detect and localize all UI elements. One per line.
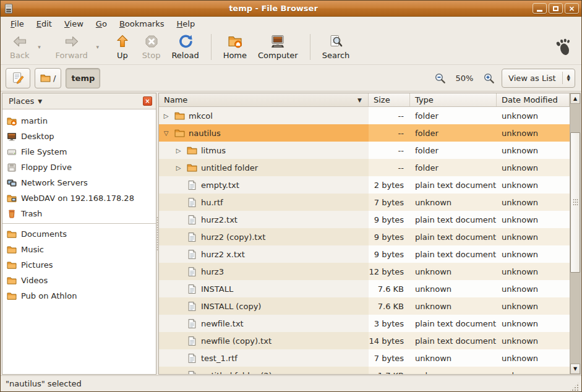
scrollbar-track[interactable] (570, 104, 580, 364)
sidebar-item-videos[interactable]: Videos (2, 273, 156, 288)
home-folder-icon (7, 116, 17, 126)
list-row[interactable]: INSTALL7.6 KBunknownunknown (159, 280, 570, 297)
vertical-scrollbar[interactable]: ▲ ▼ (570, 93, 580, 374)
file-icon (187, 266, 197, 277)
minimize-button[interactable] (533, 3, 547, 14)
home-button[interactable]: Home (218, 32, 252, 62)
list-row[interactable]: hurz2.txt9 bytesplain text documentunkno… (159, 211, 570, 228)
list-row[interactable]: test_1.rtf7 bytesunknownunknown (159, 349, 570, 367)
maximize-button[interactable] (549, 3, 563, 14)
sidebar-item-desktop[interactable]: Desktop (2, 129, 156, 144)
computer-button[interactable]: Computer (252, 32, 304, 62)
expander-icon[interactable]: ▷ (174, 147, 183, 154)
zoom-in-button[interactable] (483, 72, 495, 84)
search-icon (328, 34, 343, 49)
webdav-icon (7, 194, 17, 203)
sidebar-item-file-system[interactable]: File System (2, 144, 156, 160)
up-label: Up (117, 51, 128, 60)
menu-view[interactable]: View (59, 18, 88, 30)
view-mode-value: View as List (508, 74, 556, 83)
sidebar-item-label: Floppy Drive (21, 163, 72, 172)
expander-icon[interactable]: ▷ (174, 164, 183, 171)
cell-name: ▷untitled folder (159, 159, 369, 176)
reload-label: Reload (171, 51, 199, 60)
folder-icon (174, 111, 185, 121)
file-name: newfile.txt (201, 319, 244, 328)
sidebar-item-network-servers[interactable]: Network Servers (2, 175, 156, 190)
reload-button[interactable]: Reload (166, 32, 204, 62)
places-list: martinDesktopFile SystemFloppy DriveNetw… (2, 109, 156, 374)
scrollbar-thumb[interactable] (570, 132, 580, 273)
file-icon (187, 318, 197, 329)
column-header-date[interactable]: Date Modified (497, 93, 570, 106)
current-folder-button[interactable]: temp (66, 68, 100, 88)
file-icon (187, 301, 197, 312)
column-header-name[interactable]: Name▼ (159, 93, 369, 106)
cell-name: ▽nautilus (159, 124, 369, 142)
cell-type: unknown (410, 297, 497, 315)
close-button[interactable]: × (565, 3, 579, 14)
file-name: untitled folder (201, 163, 258, 173)
floppy-icon (7, 163, 17, 173)
list-row[interactable]: hurz2 (copy).txt9 bytesplain text docume… (159, 228, 570, 245)
sidebar-item-label: martin (21, 116, 48, 126)
cell-date: unknown (497, 263, 570, 280)
column-header-type[interactable]: Type (410, 93, 497, 106)
menu-help[interactable]: Help (172, 18, 200, 30)
cell-size: 9 bytes (369, 211, 410, 228)
list-row[interactable]: ▷litmus--folderunknown (159, 142, 570, 159)
column-header-size[interactable]: Size (369, 93, 410, 106)
sidebar-item-documents[interactable]: Documents (2, 226, 156, 242)
toggle-location-entry-button[interactable] (6, 68, 30, 88)
sidebar-item-pub-on-athlon[interactable]: Pub on Athlon (2, 288, 156, 304)
search-button[interactable]: Search (317, 32, 356, 62)
file-name: untitled folder (2) (201, 371, 272, 375)
view-mode-select[interactable]: View as List ▲▼ (502, 69, 575, 88)
main-area: Places ▼ × martinDesktopFile SystemFlopp… (1, 92, 581, 375)
list-row[interactable]: hurz2 x.txt9 bytesplain text documentunk… (159, 245, 570, 263)
file-name: hurz3 (201, 267, 224, 276)
zoom-out-button[interactable] (434, 72, 446, 84)
folder-icon (7, 229, 17, 239)
sidebar-item-webdav-on-192-168-178-28[interactable]: WebDAV on 192.168.178.28 (2, 190, 156, 206)
cell-name: empty.txt (159, 176, 369, 194)
file-name: hurz2 (copy).txt (201, 232, 265, 242)
titlebar[interactable]: temp - File Browser × (1, 1, 581, 17)
scrollbar-up-button[interactable]: ▲ (570, 93, 580, 104)
resize-grip[interactable] (570, 382, 579, 391)
file-list-view: Name▼SizeTypeDate Modified ▷mkcol--folde… (158, 93, 581, 375)
sidebar-item-martin[interactable]: martin (2, 113, 156, 129)
list-row[interactable]: ▷untitled folder--folderunknown (159, 159, 570, 176)
cell-type: folder (410, 159, 497, 176)
menu-file[interactable]: File (6, 18, 29, 30)
list-row[interactable]: untitled folder (2)1.7 KBunknownunknown (159, 367, 570, 374)
list-row[interactable]: INSTALL (copy)7.6 KBunknownunknown (159, 297, 570, 315)
cell-type: folder (410, 142, 497, 159)
menu-go[interactable]: Go (91, 18, 112, 30)
list-row[interactable]: empty.txt2 bytesplain text documentunkno… (159, 176, 570, 194)
menu-bookmarks[interactable]: Bookmarks (114, 18, 169, 30)
sidebar-close-button[interactable]: × (143, 96, 152, 106)
places-header[interactable]: Places ▼ × (2, 93, 156, 109)
sidebar-item-label: Documents (21, 229, 67, 239)
list-row[interactable]: hu.rtf7 bytesunknownunknown (159, 194, 570, 211)
list-row[interactable]: hurz312 bytesunknownunknown (159, 263, 570, 280)
file-name: hurz2 x.txt (201, 250, 245, 259)
pane-resize-handle[interactable] (156, 93, 158, 375)
list-row[interactable]: ▷mkcol--folderunknown (159, 107, 570, 124)
list-row[interactable]: newfile (copy).txt14 bytesplain text doc… (159, 332, 570, 349)
sidebar-item-pictures[interactable]: Pictures (2, 257, 156, 273)
menu-edit[interactable]: Edit (32, 18, 57, 30)
list-row[interactable]: ▽nautilus--folderunknown (159, 124, 570, 142)
list-row[interactable]: newfile.txt3 bytesplain text documentunk… (159, 315, 570, 332)
expander-icon[interactable]: ▽ (161, 130, 171, 137)
scrollbar-down-button[interactable]: ▼ (570, 364, 580, 374)
sidebar-item-trash[interactable]: Trash (2, 206, 156, 221)
expander-icon[interactable]: ▷ (161, 113, 171, 119)
up-button[interactable]: Up (108, 32, 137, 62)
file-icon (187, 180, 197, 190)
network-icon (7, 178, 17, 188)
root-folder-button[interactable]: / (35, 68, 61, 88)
sidebar-item-music[interactable]: Music (2, 242, 156, 257)
sidebar-item-floppy-drive[interactable]: Floppy Drive (2, 160, 156, 175)
